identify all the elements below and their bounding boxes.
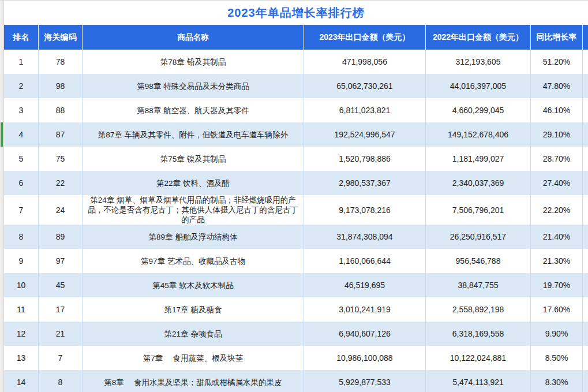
cell-yoy-growth[interactable]: 47.80%: [531, 74, 583, 98]
cell-export-2023[interactable]: 31,874,308,094: [304, 225, 426, 249]
cell-yoy-growth[interactable]: 51.20%: [531, 50, 583, 74]
cell-rank[interactable]: 3: [4, 98, 39, 122]
cell-rank[interactable]: 1: [4, 50, 39, 74]
cell-product[interactable]: 第98章 特殊交易品及未分类商品: [83, 74, 304, 98]
cell-export-2022[interactable]: 956,546,788: [426, 249, 531, 273]
cell-yoy-growth[interactable]: 17.60%: [531, 297, 583, 322]
cell-export-2022[interactable]: 1,181,499,027: [426, 147, 531, 171]
table-row[interactable]: 2 98 第98章 特殊交易品及未分类商品 65,062,730,261 44,…: [4, 74, 588, 98]
table-row[interactable]: 12 21 第21章 杂项食品 6,940,607,126 6,318,169,…: [4, 322, 588, 346]
cell-export-2023[interactable]: 65,062,730,261: [304, 74, 426, 98]
cell-export-2023[interactable]: 10,986,100,088: [304, 346, 426, 370]
cell-export-2022[interactable]: 5,474,113,921: [426, 370, 531, 392]
cell-product[interactable]: 第17章 糖及糖食: [83, 297, 304, 322]
cell-hs-code[interactable]: 87: [39, 122, 83, 147]
cell-export-2023[interactable]: 471,998,056: [304, 50, 426, 74]
cell-product[interactable]: 第8章 食用水果及坚果；甜瓜或柑橘属水果的果皮: [83, 370, 304, 392]
cell-product[interactable]: 第22章 饮料、酒及醋: [83, 171, 304, 195]
cell-export-2023[interactable]: 2,980,537,367: [304, 171, 426, 195]
cell-export-2023[interactable]: 192,524,996,547: [304, 122, 426, 147]
cell-yoy-growth[interactable]: 9.90%: [531, 322, 583, 346]
cell-export-2022[interactable]: 4,660,299,045: [426, 98, 531, 122]
cell-product[interactable]: 第75章 镍及其制品: [83, 147, 304, 171]
cell-export-2022[interactable]: 149,152,678,406: [426, 122, 531, 147]
table-row[interactable]: 5 75 第75章 镍及其制品 1,520,798,886 1,181,499,…: [4, 147, 588, 171]
cell-export-2023[interactable]: 3,010,241,919: [304, 297, 426, 322]
cell-hs-code[interactable]: 88: [39, 98, 83, 122]
column-header-export-2022[interactable]: 2022年出口金额（美元）: [426, 25, 531, 50]
cell-hs-code[interactable]: 8: [39, 370, 83, 392]
table-row[interactable]: 7 24 第24章 烟草、烟草及烟草代用品的制品；非经燃烧吸用的产品，不论是否含…: [4, 195, 588, 225]
cell-yoy-growth[interactable]: 27.40%: [531, 171, 583, 195]
cell-rank[interactable]: 14: [4, 370, 39, 392]
cell-yoy-growth[interactable]: 21.30%: [531, 249, 583, 273]
cell-yoy-growth[interactable]: 8.50%: [531, 346, 583, 370]
cell-rank[interactable]: 5: [4, 147, 39, 171]
cell-export-2022[interactable]: 2,558,892,198: [426, 297, 531, 322]
column-header-hs-code[interactable]: 海关编码: [39, 25, 83, 50]
column-header-export-2023[interactable]: 2023年出口金额（美元）: [304, 25, 426, 50]
cell-yoy-growth[interactable]: 46.10%: [531, 98, 583, 122]
cell-export-2022[interactable]: 10,122,024,881: [426, 346, 531, 370]
cell-rank[interactable]: 12: [4, 322, 39, 346]
cell-yoy-growth[interactable]: 19.70%: [531, 273, 583, 297]
cell-rank[interactable]: 9: [4, 249, 39, 273]
cell-export-2023[interactable]: 1,160,066,644: [304, 249, 426, 273]
cell-yoy-growth[interactable]: 8.30%: [531, 370, 583, 392]
cell-product[interactable]: 第88章 航空器、航天器及其零件: [83, 98, 304, 122]
cell-export-2023[interactable]: 6,940,607,126: [304, 322, 426, 346]
cell-rank[interactable]: 6: [4, 171, 39, 195]
cell-export-2022[interactable]: 312,193,605: [426, 50, 531, 74]
cell-hs-code[interactable]: 7: [39, 346, 83, 370]
cell-yoy-growth[interactable]: 21.40%: [531, 225, 583, 249]
cell-rank[interactable]: 4: [4, 122, 39, 147]
table-row[interactable]: 4 87 第87章 车辆及其零件、附件，但铁道及电车道车辆除外 192,524,…: [4, 122, 588, 147]
column-header-rank[interactable]: 排名: [4, 25, 39, 50]
table-row[interactable]: 14 8 第8章 食用水果及坚果；甜瓜或柑橘属水果的果皮 5,929,877,5…: [4, 370, 588, 392]
cell-rank[interactable]: 7: [4, 195, 39, 225]
table-row[interactable]: 8 89 第89章 船舶及浮动结构体 31,874,308,094 26,250…: [4, 225, 588, 249]
table-row[interactable]: 1 78 第78章 铅及其制品 471,998,056 312,193,605 …: [4, 50, 588, 74]
cell-product[interactable]: 第21章 杂项食品: [83, 322, 304, 346]
cell-product[interactable]: 第24章 烟草、烟草及烟草代用品的制品；非经燃烧吸用的产品，不论是否含有尼古丁；…: [83, 195, 304, 225]
cell-product[interactable]: 第97章 艺术品、收藏品及古物: [83, 249, 304, 273]
cell-hs-code[interactable]: 75: [39, 147, 83, 171]
cell-rank[interactable]: 11: [4, 297, 39, 322]
cell-export-2022[interactable]: 6,318,169,558: [426, 322, 531, 346]
cell-yoy-growth[interactable]: 28.70%: [531, 147, 583, 171]
cell-hs-code[interactable]: 97: [39, 249, 83, 273]
cell-export-2023[interactable]: 46,519,695: [304, 273, 426, 297]
cell-hs-code[interactable]: 22: [39, 171, 83, 195]
cell-export-2022[interactable]: 2,340,037,369: [426, 171, 531, 195]
cell-hs-code[interactable]: 98: [39, 74, 83, 98]
cell-rank[interactable]: 13: [4, 346, 39, 370]
cell-product[interactable]: 第45章 软木及软木制品: [83, 273, 304, 297]
table-row[interactable]: 13 7 第7章 食用蔬菜、根及块茎 10,986,100,088 10,122…: [4, 346, 588, 370]
cell-hs-code[interactable]: 78: [39, 50, 83, 74]
cell-hs-code[interactable]: 45: [39, 273, 83, 297]
cell-rank[interactable]: 2: [4, 74, 39, 98]
cell-export-2022[interactable]: 44,016,397,005: [426, 74, 531, 98]
table-row[interactable]: 3 88 第88章 航空器、航天器及其零件 6,811,023,821 4,66…: [4, 98, 588, 122]
cell-export-2023[interactable]: 6,811,023,821: [304, 98, 426, 122]
table-row[interactable]: 9 97 第97章 艺术品、收藏品及古物 1,160,066,644 956,5…: [4, 249, 588, 273]
cell-hs-code[interactable]: 17: [39, 297, 83, 322]
cell-yoy-growth[interactable]: 22.20%: [531, 195, 583, 225]
cell-hs-code[interactable]: 21: [39, 322, 83, 346]
cell-export-2022[interactable]: 7,506,796,201: [426, 195, 531, 225]
cell-product[interactable]: 第87章 车辆及其零件、附件，但铁道及电车道车辆除外: [83, 122, 304, 147]
table-row[interactable]: 6 22 第22章 饮料、酒及醋 2,980,537,367 2,340,037…: [4, 171, 588, 195]
table-row[interactable]: 11 17 第17章 糖及糖食 3,010,241,919 2,558,892,…: [4, 297, 588, 322]
cell-rank[interactable]: 8: [4, 225, 39, 249]
cell-export-2022[interactable]: 38,847,755: [426, 273, 531, 297]
cell-hs-code[interactable]: 24: [39, 195, 83, 225]
cell-product[interactable]: 第89章 船舶及浮动结构体: [83, 225, 304, 249]
cell-product[interactable]: 第7章 食用蔬菜、根及块茎: [83, 346, 304, 370]
table-row[interactable]: 10 45 第45章 软木及软木制品 46,519,695 38,847,755…: [4, 273, 588, 297]
cell-yoy-growth[interactable]: 29.10%: [531, 122, 583, 147]
cell-export-2023[interactable]: 9,173,078,216: [304, 195, 426, 225]
column-header-yoy-growth[interactable]: 同比增长率: [531, 25, 583, 50]
cell-product[interactable]: 第78章 铅及其制品: [83, 50, 304, 74]
cell-hs-code[interactable]: 89: [39, 225, 83, 249]
column-header-product[interactable]: 商品名称: [83, 25, 304, 50]
